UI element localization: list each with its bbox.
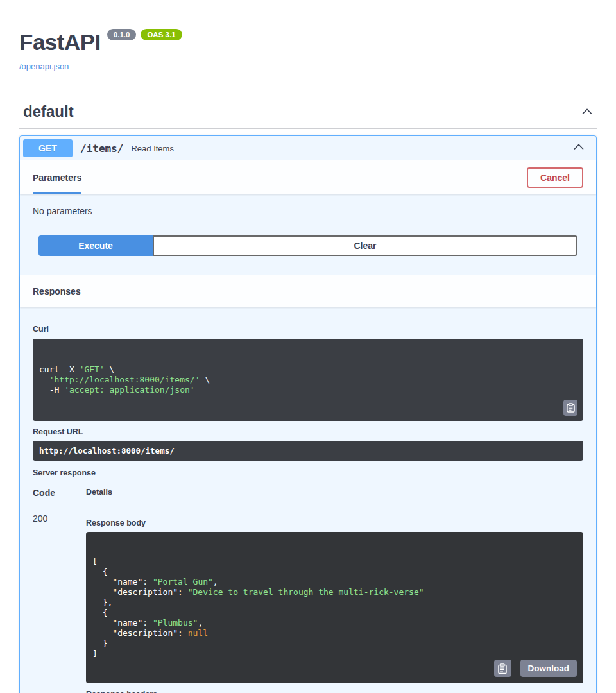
- openapi-spec-link[interactable]: /openapi.json: [19, 62, 69, 71]
- no-parameters-text: No parameters: [20, 194, 596, 216]
- request-url-value: http://localhost:8000/items/: [33, 441, 583, 461]
- execute-button[interactable]: Execute: [38, 235, 153, 256]
- chevron-up-icon[interactable]: [565, 141, 593, 156]
- operation-path: /items/: [80, 142, 123, 155]
- api-title: FastAPI: [19, 31, 101, 53]
- page: FastAPI 0.1.0 OAS 3.1 /openapi.json defa…: [0, 0, 616, 693]
- tag-title: default: [23, 103, 74, 121]
- api-info: FastAPI 0.1.0 OAS 3.1 /openapi.json: [19, 0, 597, 72]
- opblock-summary[interactable]: GET /items/ Read Items: [20, 136, 596, 160]
- response-body-actions: Download: [494, 660, 578, 677]
- version-badge: 0.1.0: [107, 29, 137, 40]
- responses-content: Curl curl -X 'GET' \ 'http://localhost:8…: [20, 307, 596, 693]
- response-body-label: Response body: [86, 518, 583, 527]
- download-button[interactable]: Download: [520, 660, 578, 677]
- operation-summary: Read Items: [131, 144, 173, 153]
- curl-label: Curl: [33, 325, 583, 334]
- details-column-header: Details: [86, 488, 583, 504]
- status-code: 200: [33, 504, 86, 693]
- response-details-cell: Response body [ { "name": "Portal Gun", …: [86, 504, 583, 693]
- chevron-up-icon[interactable]: [579, 105, 595, 118]
- server-response-table: Code Details 200 Response body [ { "name…: [33, 488, 583, 693]
- curl-code-block: curl -X 'GET' \ 'http://localhost:8000/i…: [33, 339, 583, 421]
- responses-section-header: Responses: [20, 275, 596, 307]
- parameters-header: Parameters Cancel: [20, 160, 596, 194]
- execute-controls: Execute Clear: [20, 216, 596, 275]
- response-headers-label: Response headers: [86, 690, 583, 693]
- code-column-header: Code: [33, 488, 86, 504]
- oas-badge: OAS 3.1: [141, 29, 182, 40]
- opblock-get-items: GET /items/ Read Items Parameters Cancel…: [19, 135, 597, 693]
- request-url-label: Request URL: [33, 427, 583, 436]
- server-response-label: Server response: [33, 468, 583, 477]
- tab-parameters[interactable]: Parameters: [33, 160, 81, 194]
- clear-button[interactable]: Clear: [153, 235, 578, 256]
- response-body-block: [ { "name": "Portal Gun", "description":…: [86, 532, 583, 683]
- tag-section-default: default GET /items/ Read Items Parameter…: [19, 103, 597, 693]
- clipboard-icon[interactable]: [563, 400, 578, 416]
- cancel-button[interactable]: Cancel: [527, 167, 583, 188]
- http-method-badge: GET: [23, 139, 73, 157]
- clipboard-icon[interactable]: [494, 660, 511, 677]
- tag-section-header[interactable]: default: [19, 103, 597, 129]
